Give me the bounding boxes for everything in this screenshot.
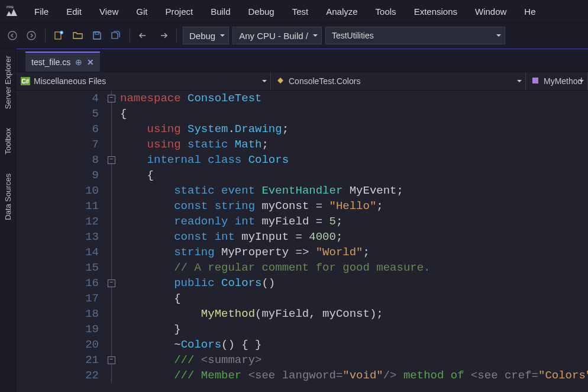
member-label: MyMethod bbox=[544, 76, 582, 86]
config-dropdown[interactable]: Debug bbox=[183, 27, 229, 44]
open-button[interactable] bbox=[70, 28, 86, 43]
save-all-button[interactable] bbox=[108, 28, 124, 43]
platform-dropdown[interactable]: Any CPU - Build / bbox=[232, 27, 322, 44]
menu-extensions[interactable]: Extensions bbox=[406, 3, 466, 20]
menu-file[interactable]: File bbox=[26, 3, 57, 20]
menu-bar: PRE File Edit View Git Project Build Deb… bbox=[0, 0, 588, 23]
method-icon bbox=[531, 76, 540, 87]
menu-window[interactable]: Window bbox=[467, 3, 515, 20]
new-item-button[interactable] bbox=[51, 28, 67, 43]
menu-build[interactable]: Build bbox=[202, 3, 238, 20]
member-dropdown[interactable]: MyMethod bbox=[526, 72, 588, 90]
fold-column: −−−− bbox=[102, 91, 120, 392]
pin-icon[interactable]: ⊕ bbox=[75, 57, 82, 67]
menu-test[interactable]: Test bbox=[284, 3, 317, 20]
fold-toggle[interactable]: − bbox=[108, 279, 115, 287]
platform-value: Any CPU - Build / bbox=[239, 31, 308, 41]
menu-view[interactable]: View bbox=[91, 3, 127, 20]
svg-rect-6 bbox=[532, 78, 538, 83]
menu-help[interactable]: He bbox=[516, 3, 544, 20]
code-content[interactable]: namespace ConsoleTest{ using System.Draw… bbox=[120, 91, 588, 392]
menu-tools[interactable]: Tools bbox=[367, 3, 405, 20]
class-label: ConsoleTest.Colors bbox=[289, 76, 360, 86]
file-tab-label: test_file.cs bbox=[31, 57, 70, 67]
document-tab-row: test_file.cs ⊕ ✕ bbox=[16, 49, 588, 72]
fold-toggle[interactable]: − bbox=[108, 156, 115, 164]
sidetab-server-explorer[interactable]: Server Explorer bbox=[2, 53, 14, 111]
menu-debug[interactable]: Debug bbox=[240, 3, 283, 20]
save-button[interactable] bbox=[89, 28, 105, 43]
code-editor[interactable]: 45678910111213141516171819202122 −−−− na… bbox=[16, 91, 588, 392]
file-tab[interactable]: test_file.cs ⊕ ✕ bbox=[25, 52, 100, 72]
app-logo: PRE bbox=[4, 3, 20, 20]
csharp-icon: C# bbox=[21, 77, 30, 85]
toolbar: Debug Any CPU - Build / TestUtilities bbox=[0, 23, 588, 49]
startup-value: TestUtilities bbox=[332, 31, 374, 40]
menu-analyze[interactable]: Analyze bbox=[318, 3, 366, 20]
redo-button[interactable] bbox=[155, 28, 170, 43]
sidetab-toolbox[interactable]: Toolbox bbox=[2, 126, 14, 157]
nav-forward-button[interactable] bbox=[24, 28, 39, 43]
menu-git[interactable]: Git bbox=[128, 3, 156, 20]
main: Server Explorer Toolbox Data Sources tes… bbox=[0, 49, 588, 392]
close-tab-button[interactable]: ✕ bbox=[87, 57, 94, 67]
editor-area: test_file.cs ⊕ ✕ C# Miscellaneous Files … bbox=[16, 49, 588, 392]
svg-point-1 bbox=[8, 31, 17, 40]
menu-edit[interactable]: Edit bbox=[58, 3, 90, 20]
class-icon bbox=[276, 76, 285, 87]
fold-toggle[interactable]: − bbox=[108, 356, 115, 364]
fold-toggle[interactable]: − bbox=[108, 95, 115, 102]
sidetab-data-sources[interactable]: Data Sources bbox=[2, 171, 14, 223]
project-label: Miscellaneous Files bbox=[34, 76, 106, 86]
nav-back-button[interactable] bbox=[5, 28, 20, 43]
svg-point-2 bbox=[27, 31, 35, 40]
menu-project[interactable]: Project bbox=[157, 3, 201, 20]
class-dropdown[interactable]: ConsoleTest.Colors bbox=[271, 72, 526, 90]
startup-dropdown[interactable]: TestUtilities bbox=[325, 27, 505, 44]
undo-button[interactable] bbox=[136, 28, 151, 43]
side-tab-strip: Server Explorer Toolbox Data Sources bbox=[0, 49, 16, 392]
project-dropdown[interactable]: C# Miscellaneous Files bbox=[16, 72, 271, 90]
navigation-bar: C# Miscellaneous Files ConsoleTest.Color… bbox=[16, 72, 588, 91]
line-number-gutter: 45678910111213141516171819202122 bbox=[16, 91, 102, 392]
config-value: Debug bbox=[189, 31, 215, 41]
svg-text:PRE: PRE bbox=[7, 5, 14, 9]
